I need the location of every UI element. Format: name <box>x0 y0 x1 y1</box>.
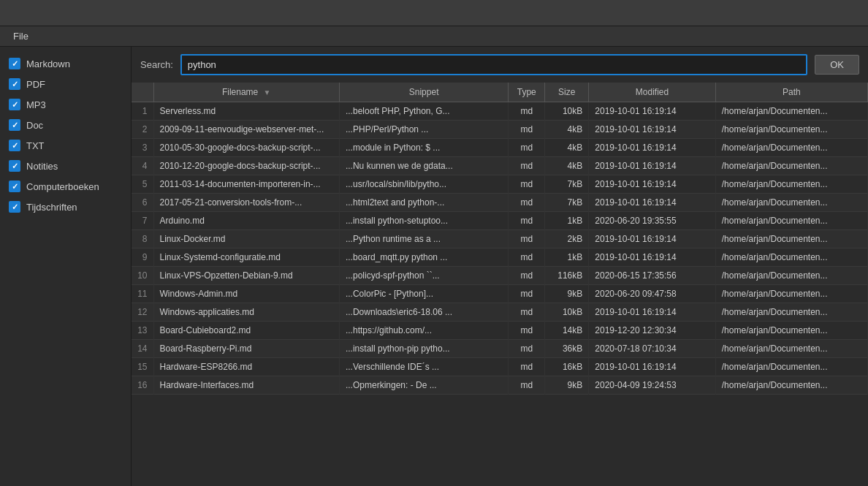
cell-snippet: ...PHP/Perl/Python ... <box>339 121 508 139</box>
cell-snippet: ...Downloads\eric6-18.06 ... <box>339 303 508 322</box>
cell-type: md <box>509 303 545 322</box>
cell-type: md <box>509 358 545 376</box>
table-row[interactable]: 9Linux-Systemd-configuratie.md...board_m… <box>132 248 868 267</box>
table-header-row: Filename ▼ Snippet Type Size Modified Pa… <box>132 83 868 102</box>
sidebar-item-notities[interactable]: Notities <box>6 158 125 174</box>
table-row[interactable]: 13Board-Cubieboard2.md...https://github.… <box>132 322 868 340</box>
table-row[interactable]: 14Board-Raspberry-Pi.md...install python… <box>132 340 868 358</box>
menu-bar: File <box>0 26 868 47</box>
cell-filename: Hardware-ESP8266.md <box>153 358 339 376</box>
cell-num: 1 <box>132 102 153 121</box>
table-row[interactable]: 10Linux-VPS-Opzetten-Debian-9.md...polic… <box>132 267 868 285</box>
cell-filename: 2017-05-21-conversion-tools-from-... <box>153 194 339 212</box>
cell-size: 2kB <box>545 230 589 248</box>
table-row[interactable]: 22009-09-11-eenvoudige-webserver-met-...… <box>132 121 868 139</box>
cell-type: md <box>509 376 545 395</box>
table-row[interactable]: 52011-03-14-documenten-importeren-in-...… <box>132 175 868 194</box>
table-row[interactable]: 12Windows-applicaties.md...Downloads\eri… <box>132 303 868 322</box>
cell-snippet: ...policyd-spf-python ``... <box>339 267 508 285</box>
col-snippet: Snippet <box>339 83 508 102</box>
checkbox-mp3[interactable] <box>9 99 20 110</box>
cell-num: 2 <box>132 121 153 139</box>
sidebar-label-pdf: PDF <box>26 79 45 90</box>
cell-path: /home/arjan/Documenten... <box>715 102 867 121</box>
table-row[interactable]: 16Hardware-Interfaces.md...Opmerkingen: … <box>132 376 868 395</box>
cell-type: md <box>509 285 545 303</box>
cell-modified: 2020-06-15 17:35:56 <box>589 267 716 285</box>
sidebar-item-pdf[interactable]: PDF <box>6 76 125 92</box>
cell-type: md <box>509 121 545 139</box>
sidebar-label-computerboeken: Computerboeken <box>26 181 99 192</box>
checkbox-pdf[interactable] <box>9 78 20 90</box>
cell-snippet: ...Nu kunnen we de gdata... <box>339 157 508 175</box>
cell-num: 12 <box>132 303 153 322</box>
sidebar-item-txt[interactable]: TXT <box>6 137 125 153</box>
table-row[interactable]: 62017-05-21-conversion-tools-from-......… <box>132 194 868 212</box>
cell-type: md <box>509 139 545 157</box>
table-row[interactable]: 32010-05-30-google-docs-backup-script-..… <box>132 139 868 157</box>
cell-filename: 2010-05-30-google-docs-backup-script-... <box>153 139 339 157</box>
cell-size: 4kB <box>545 121 589 139</box>
table-row[interactable]: 8Linux-Docker.md...Python runtime as a .… <box>132 230 868 248</box>
results-table-container[interactable]: Filename ▼ Snippet Type Size Modified Pa… <box>132 83 868 486</box>
table-row[interactable]: 11Windows-Admin.md...ColorPic - [Python]… <box>132 285 868 303</box>
sidebar-label-notities: Notities <box>26 161 58 172</box>
cell-type: md <box>509 212 545 230</box>
file-menu[interactable]: File <box>6 29 36 44</box>
col-size: Size <box>545 83 589 102</box>
col-filename[interactable]: Filename ▼ <box>153 83 339 102</box>
cell-num: 15 <box>132 358 153 376</box>
col-num <box>132 83 153 102</box>
table-row[interactable]: 7Arduino.md...install python-setuptoo...… <box>132 212 868 230</box>
cell-modified: 2020-06-20 19:35:55 <box>589 212 716 230</box>
title-bar <box>0 0 868 26</box>
close-button[interactable] <box>843 5 862 21</box>
sidebar-item-mp3[interactable]: MP3 <box>6 96 125 113</box>
cell-path: /home/arjan/Documenten... <box>715 230 867 248</box>
sidebar-item-computerboeken[interactable]: Computerboeken <box>6 178 125 194</box>
cell-snippet: ...install python-setuptoo... <box>339 212 508 230</box>
cell-snippet: ...module in Python: $ ... <box>339 139 508 157</box>
cell-snippet: ...html2text and python-... <box>339 194 508 212</box>
checkbox-markdown[interactable] <box>9 58 20 69</box>
maximize-button[interactable] <box>821 5 840 21</box>
cell-modified: 2019-10-01 16:19:14 <box>589 230 716 248</box>
cell-num: 10 <box>132 267 153 285</box>
results-table: Filename ▼ Snippet Type Size Modified Pa… <box>132 83 868 395</box>
cell-path: /home/arjan/Documenten... <box>715 267 867 285</box>
cell-size: 1kB <box>545 212 589 230</box>
checkbox-doc[interactable] <box>9 119 20 131</box>
cell-size: 7kB <box>545 194 589 212</box>
table-row[interactable]: 1Serverless.md...belooft PHP, Python, G.… <box>132 102 868 121</box>
content-area: Search: OK Filename ▼ Snippet Type Size … <box>132 47 868 486</box>
checkbox-computerboeken[interactable] <box>9 181 20 192</box>
ok-button[interactable]: OK <box>815 55 859 75</box>
cell-type: md <box>509 322 545 340</box>
cell-filename: Hardware-Interfaces.md <box>153 376 339 395</box>
cell-size: 1kB <box>545 248 589 267</box>
cell-modified: 2019-10-01 16:19:14 <box>589 102 716 121</box>
sidebar-item-tijdschriften[interactable]: Tijdschriften <box>6 199 125 215</box>
checkbox-tijdschriften[interactable] <box>9 201 20 213</box>
cell-num: 14 <box>132 340 153 358</box>
search-input[interactable] <box>180 54 807 75</box>
cell-filename: Board-Cubieboard2.md <box>153 322 339 340</box>
table-row[interactable]: 15Hardware-ESP8266.md...Verschillende ID… <box>132 358 868 376</box>
table-row[interactable]: 42010-12-20-google-docs-backup-script-..… <box>132 157 868 175</box>
cell-type: md <box>509 194 545 212</box>
minimize-button[interactable] <box>799 5 818 21</box>
cell-type: md <box>509 157 545 175</box>
cell-modified: 2019-10-01 16:19:14 <box>589 121 716 139</box>
cell-modified: 2019-10-01 16:19:14 <box>589 248 716 267</box>
cell-modified: 2019-10-01 16:19:14 <box>589 303 716 322</box>
cell-filename: Linux-Docker.md <box>153 230 339 248</box>
sidebar-item-doc[interactable]: Doc <box>6 117 125 133</box>
cell-modified: 2020-04-09 19:24:53 <box>589 376 716 395</box>
cell-num: 13 <box>132 322 153 340</box>
checkbox-txt[interactable] <box>9 140 20 151</box>
sidebar-label-tijdschriften: Tijdschriften <box>26 202 77 213</box>
sidebar-item-markdown[interactable]: Markdown <box>6 56 125 72</box>
cell-path: /home/arjan/Documenten... <box>715 139 867 157</box>
search-label: Search: <box>140 59 173 70</box>
checkbox-notities[interactable] <box>9 160 20 172</box>
